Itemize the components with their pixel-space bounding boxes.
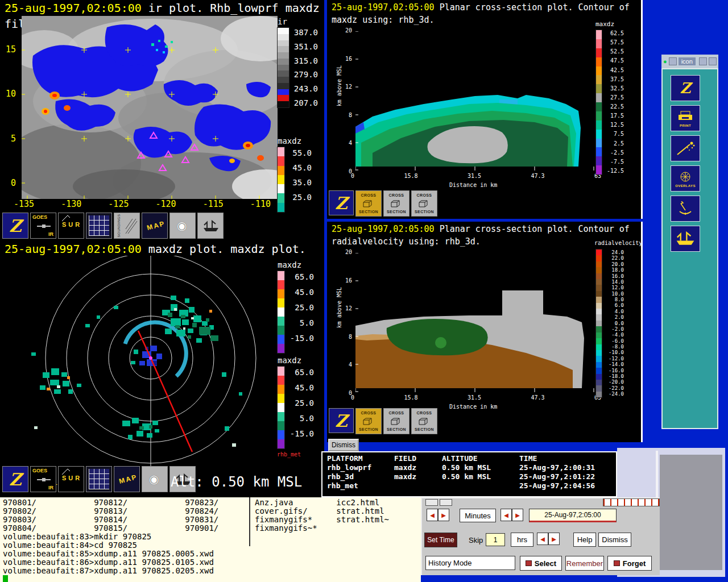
help-button[interactable]: Help [573,533,596,547]
gear-button[interactable]: ◉ [169,213,196,239]
map-button[interactable]: MAP [142,213,168,239]
xsec-radial-scale-label: radialvelocity [594,240,642,246]
zebra-menu-button[interactable]: Z [329,408,354,433]
minutes-increment-button[interactable]: ▶ [512,509,523,521]
zebra-menu-button[interactable]: Z [2,213,28,239]
ir-timestamp: 25-aug-1997,02:05:00 [5,1,142,15]
spray-tile[interactable] [671,135,700,161]
scale-tick: 16 [342,56,352,62]
xsec-maxdz-toolbar: Z CROSSSECTION CROSSSECTION CROSSSECTION [329,190,437,217]
arrow-left-icon: ◀ [430,512,435,518]
colorbar-segment [596,273,602,279]
skip-label: Skip [469,536,483,544]
window-menu-icon[interactable]: ● [663,58,667,65]
colorbar-segment [596,303,602,309]
minutes-decrement-button[interactable]: ◀ [500,509,512,521]
time-back-button[interactable]: ◀ [427,509,438,521]
scale-tick: -15.0 [288,334,314,342]
sur-button[interactable]: SUR [58,466,84,492]
set-time-button[interactable]: Set Time [424,533,457,547]
radar-track-label: rhb_met [277,451,301,458]
sur-button[interactable]: SUR [58,213,84,239]
colorbar-segment [278,40,289,47]
skip-input[interactable]: 1 [486,533,505,546]
scale-tick: -15.0 [288,430,314,438]
zebra-menu-button[interactable]: Z [2,466,28,492]
partial-timeline[interactable] [603,498,660,506]
scale-tick: 387.0 [292,28,318,36]
partial-button[interactable] [425,499,438,506]
zebra-logo-tile[interactable]: Z [671,75,700,101]
window-button[interactable] [669,57,677,65]
minutes-label: Minutes [465,512,491,520]
partial-button[interactable] [440,499,452,506]
scale-tick: -12.0 [605,356,624,361]
cross-section-button[interactable]: CROSSSECTION [411,408,437,434]
remember-button[interactable]: Remember [565,556,604,571]
cross-section-button[interactable]: CROSSSECTION [383,190,410,217]
minutes-button[interactable]: Minutes [460,509,496,522]
xsec-radial-colorbar [595,249,602,398]
skip-increment-button[interactable]: ▶ [548,533,560,545]
hrs-button[interactable]: hrs [511,533,533,547]
goes-ir-button[interactable]: GOES IR [30,213,56,239]
select-button[interactable]: Select [520,556,562,571]
remember-label: Remember [566,559,603,568]
overlays-tile[interactable]: OVERLAYS [671,165,700,192]
scale-tick: 18.0 [605,268,624,273]
ir-plot-title: 25-aug-1997,02:05:00 ir plot. Rhb_lowprf… [5,1,320,15]
scale-tick: 8.0 [605,297,624,302]
cube-icon [362,199,375,208]
ir-scale-ticks: 387.0351.0315.0279.0243.0207.0 [292,28,318,107]
window-close-button[interactable] [709,57,717,65]
ship-button[interactable] [197,213,224,239]
cross-section-button[interactable]: CROSSSECTION [411,190,437,217]
gear-button[interactable]: ◉ [142,466,168,492]
xsec-radial-x-label: Distance in km [449,404,497,410]
dismiss-button[interactable]: Dismiss [598,533,631,547]
cross-section-button[interactable]: CROSSSECTION [383,408,410,434]
forget-button[interactable]: Forget [607,556,652,571]
colorbar-segment [278,317,284,326]
terminal-output: 970801/ 970812/ 970823/ 970802/ 970813/ … [3,498,218,575]
cross-label: CROSS [389,411,404,415]
time-input[interactable]: 25-Aug-97,2:05:00 [529,509,617,522]
skip-decrement-button[interactable]: ◀ [537,533,548,545]
cross-section-button-active[interactable]: CROSSSECTION [355,190,382,217]
colorbar-segment [596,385,602,391]
print-tile[interactable]: PRINT [671,105,700,131]
ship-tile[interactable] [671,226,700,252]
section-label: SECTION [359,427,378,431]
goes-ir-button[interactable]: GOES IR [30,466,56,492]
xsec-radial-timestamp: 25-aug-1997,02:05:00 [332,224,435,234]
scale-tick: 6.0 [605,303,624,308]
colorbar-segment [596,57,602,66]
antenna-tile[interactable] [671,196,700,222]
window-iconify-button[interactable] [699,57,707,65]
cube-icon [390,199,403,208]
history-mode-value: History Mode [428,559,472,567]
colorbar-segment [596,380,602,385]
grid-button[interactable] [86,466,112,492]
xsec-dismiss-button[interactable]: Dismiss [328,439,359,451]
soundings-button[interactable]: SOUNDINGS [114,213,140,239]
colorbar-segment [596,321,602,326]
map-button[interactable]: MAP [114,466,140,492]
scale-tick: 42.5 [605,68,624,73]
icon-window-titlebar[interactable]: ● icon [661,55,718,68]
colorbar-segment [596,338,602,344]
colorbar-segment [596,285,602,290]
scale-tick: 5.0 [288,319,314,327]
time-forward-button[interactable]: ▶ [438,509,449,521]
scale-tick: -7.5 [605,159,624,165]
scale-tick: 32.5 [605,86,624,92]
cross-section-button-active[interactable]: CROSSSECTION [355,408,382,434]
terminal-window[interactable]: 970801/ 970812/ 970823/ 970802/ 970813/ … [0,497,421,582]
overlays-icon [675,169,696,184]
grid-button[interactable] [86,213,112,239]
xsec-maxdz-x-ticks: 015.831.547.363 [351,173,601,179]
history-mode-field[interactable]: History Mode [425,556,515,570]
scale-tick: 2.0 [605,315,624,320]
zebra-menu-button[interactable]: Z [329,190,354,215]
header-platform: PLATFORM [327,454,394,463]
